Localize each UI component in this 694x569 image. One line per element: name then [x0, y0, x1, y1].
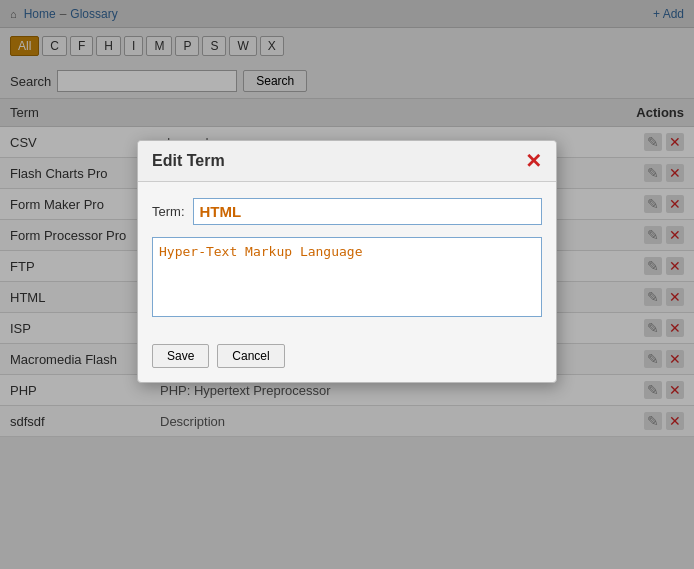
term-row: Term:: [152, 198, 542, 225]
description-textarea[interactable]: Hyper-Text Markup Language: [152, 237, 542, 317]
modal-body: Term: Hyper-Text Markup Language: [138, 182, 556, 336]
modal-close-button[interactable]: ✕: [525, 151, 542, 171]
save-button[interactable]: Save: [152, 344, 209, 368]
modal-overlay: Edit Term ✕ Term: Hyper-Text Markup Lang…: [0, 0, 694, 569]
modal-title: Edit Term: [152, 152, 225, 170]
edit-term-modal: Edit Term ✕ Term: Hyper-Text Markup Lang…: [137, 140, 557, 383]
cancel-button[interactable]: Cancel: [217, 344, 284, 368]
modal-footer: Save Cancel: [138, 336, 556, 382]
term-label: Term:: [152, 204, 185, 219]
term-input[interactable]: [193, 198, 543, 225]
modal-header: Edit Term ✕: [138, 141, 556, 182]
